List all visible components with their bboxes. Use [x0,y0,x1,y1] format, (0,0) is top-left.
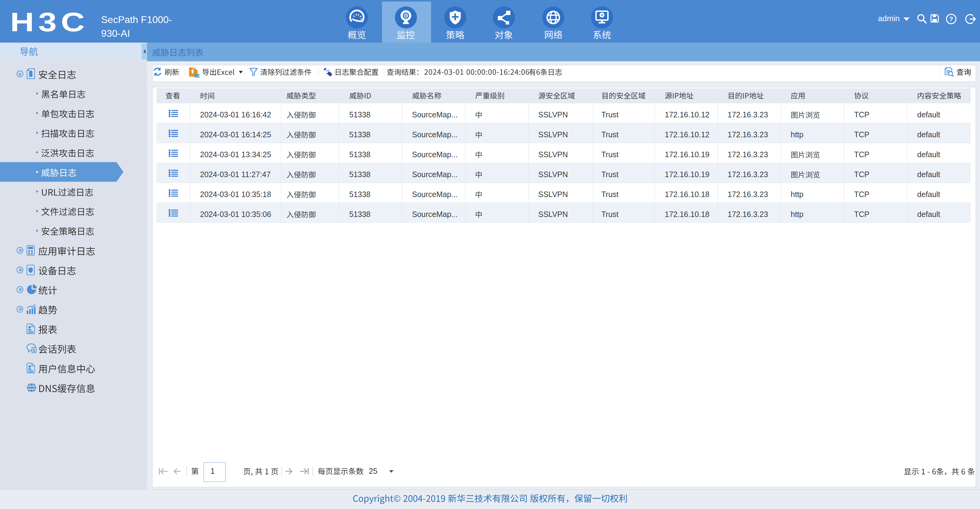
svg-text:?: ? [949,15,953,22]
